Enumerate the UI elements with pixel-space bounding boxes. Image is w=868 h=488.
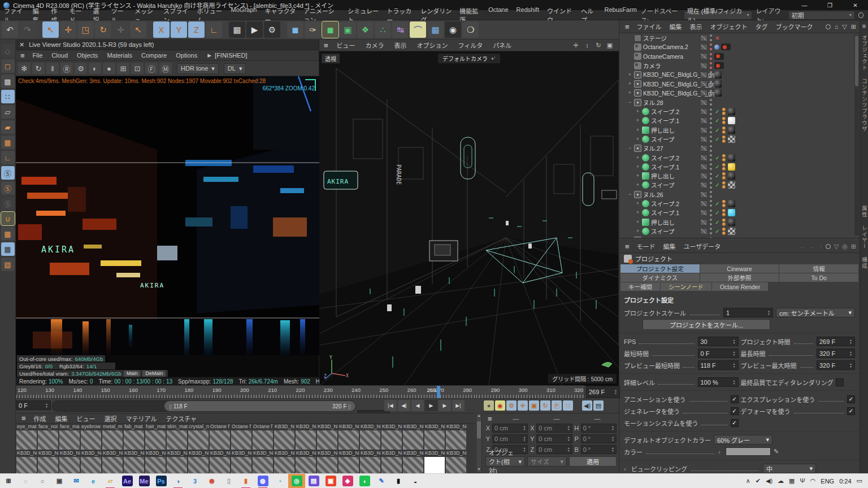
material-thumbnail[interactable]: [403, 457, 423, 473]
default-camera-chip[interactable]: デフォルトカメラ●°: [438, 54, 500, 63]
record-pla-button[interactable]: ∷: [563, 400, 573, 411]
render-settings-icon[interactable]: ⚙: [75, 63, 87, 74]
visibility-dots-icon[interactable]: [709, 62, 713, 69]
expand-toggle-icon[interactable]: +: [635, 118, 640, 123]
coord-size-dropdown[interactable]: サイズ▾: [527, 456, 567, 467]
material-name-label[interactable]: KB3D_N: [274, 424, 295, 430]
model-mode-icon[interactable]: ◻: [1, 59, 15, 73]
material-name-label[interactable]: KB3D_NI: [381, 450, 402, 456]
separator[interactable]: [223, 21, 228, 38]
visibility-dots-icon[interactable]: [709, 237, 713, 238]
position-input[interactable]: 0 cm▲▼: [492, 434, 528, 443]
material-name-label[interactable]: KB3D_NI: [295, 424, 316, 430]
material-thumbnail[interactable]: [145, 430, 166, 450]
texture-tag-icon[interactable]: [728, 209, 735, 216]
editor-toggle-icon[interactable]: [700, 35, 708, 41]
project-scale-unit-dropdown[interactable]: cm: センチメートル▾: [776, 308, 855, 317]
material-thumbnail[interactable]: [167, 430, 187, 450]
settings-checkbox[interactable]: ✓: [731, 419, 739, 427]
record-rotation-button[interactable]: ↻: [540, 400, 550, 411]
object-tree-row[interactable]: + スイープ ✓: [619, 181, 860, 190]
material-name-label[interactable]: face_noi: [37, 424, 59, 430]
material-name-label[interactable]: KB3D_NI: [102, 450, 123, 456]
object-tree-row[interactable]: + スイープ.2 ✓: [619, 199, 860, 208]
current-frame-spinner[interactable]: 269 F▲▼: [586, 385, 619, 399]
object-tree-row[interactable]: OctaneCamera.2: [619, 42, 860, 51]
object-name[interactable]: ヌル.27: [643, 144, 663, 152]
material-name-label[interactable]: KB3D_NI: [252, 450, 274, 456]
om-search-icon[interactable]: [826, 24, 831, 29]
keying-settings-button[interactable]: ⚙: [506, 400, 517, 411]
dock-tab[interactable]: レイヤー: [860, 225, 868, 249]
object-tree-row[interactable]: + スイープ ✓: [619, 134, 860, 143]
settings-checkbox[interactable]: ✓: [731, 395, 739, 403]
object-name[interactable]: OctaneCamera.2: [643, 43, 688, 50]
visibility-dots-icon[interactable]: [709, 182, 713, 189]
object-name[interactable]: 押し出し: [651, 126, 675, 134]
hdr-tone-dropdown[interactable]: HDR tone▾: [177, 63, 219, 74]
task-view-button[interactable]: ▣: [51, 474, 68, 488]
material-name-label[interactable]: KB3D_NI: [145, 450, 166, 456]
texture-tag-icon[interactable]: [728, 172, 735, 180]
cinema4d-app[interactable]: ◑: [170, 474, 186, 488]
live-viewer-menu-item[interactable]: File: [28, 52, 47, 59]
object-manager-menu-item[interactable]: ブックマーク: [772, 22, 817, 31]
visibility-dots-icon[interactable]: [709, 90, 713, 97]
size-input[interactable]: 0 cm▲▼: [536, 445, 572, 454]
viewport-menu-item[interactable]: パネル: [488, 41, 517, 50]
search-button[interactable]: ◌: [17, 474, 34, 488]
object-name[interactable]: ヌル.25: [643, 236, 663, 238]
texture-tag-icon[interactable]: [728, 219, 735, 226]
expand-toggle-icon[interactable]: [627, 45, 632, 50]
expand-toggle-icon[interactable]: +: [635, 210, 640, 215]
dock-menu-icon[interactable]: ≡: [860, 23, 868, 29]
range-start-spinner[interactable]: 0 F▲▼: [16, 400, 51, 410]
texture-tag-icon[interactable]: [728, 154, 735, 162]
notes-app[interactable]: ▯: [220, 474, 237, 488]
rotation-input[interactable]: 0 °▲▼: [581, 445, 617, 454]
layout-dropdown[interactable]: 初期▾: [788, 11, 855, 20]
panel-menu-icon[interactable]: ≡: [18, 51, 27, 60]
snap-off-icon[interactable]: Ⓢ: [1, 197, 15, 210]
clip-studio-app[interactable]: ▮: [237, 474, 254, 488]
material-thumbnail[interactable]: [253, 457, 273, 473]
bend-deformer-button[interactable]: ⌒: [410, 21, 426, 38]
focus-picker-icon[interactable]: Ⓕ: [145, 63, 158, 74]
settings-checkbox[interactable]: ✓: [731, 407, 739, 415]
move-button[interactable]: ✛: [60, 21, 76, 38]
material-name-label[interactable]: KB3D_NI: [59, 450, 80, 456]
live-render-image[interactable]: AKIRA AKIRA Check:4ms/9ms. MeshGen: 3ms.…: [16, 76, 319, 355]
object-name[interactable]: ステージ: [643, 34, 667, 42]
spline-pen-button[interactable]: ✑: [305, 21, 321, 38]
environment-floor-button[interactable]: ▦: [427, 21, 444, 38]
material-name-label[interactable]: Octane f: [231, 424, 252, 430]
editor-toggle-icon[interactable]: [700, 145, 708, 151]
visibility-dots-icon[interactable]: [709, 43, 713, 50]
object-tree-row[interactable]: + KB3D_NEC_BldgLG_C_grp.1: [619, 79, 860, 88]
expand-toggle-icon[interactable]: +: [627, 81, 632, 86]
material-thumbnail[interactable]: [188, 457, 209, 473]
detail-level-input[interactable]: 100 %▲▼: [698, 377, 739, 387]
object-name[interactable]: スイープ.2: [651, 154, 679, 162]
notification-center-icon[interactable]: ▭: [857, 477, 862, 485]
object-name[interactable]: スイープ.1: [651, 116, 679, 125]
after-effects-app[interactable]: Ae: [119, 474, 136, 488]
material-name-label[interactable]: KB3D_NI: [209, 450, 231, 456]
om-home-icon[interactable]: ⌂: [835, 23, 839, 30]
rotate-button[interactable]: ↻: [95, 21, 111, 38]
object-name[interactable]: ヌル.28: [643, 98, 663, 107]
visibility-dots-icon[interactable]: [709, 81, 713, 88]
material-menu-item[interactable]: テクスチャ: [161, 414, 201, 423]
material-thumbnail[interactable]: [231, 457, 251, 473]
preview-range-track[interactable]: || 118 F 320 F ||: [52, 400, 356, 412]
subdivision-surface-button[interactable]: ◼: [322, 21, 338, 38]
material-thumbnail[interactable]: [424, 430, 445, 450]
material-name-label[interactable]: KB3D_NI: [80, 450, 102, 456]
visibility-dots-icon[interactable]: [709, 173, 713, 180]
editor-toggle-icon[interactable]: [700, 99, 708, 106]
material-name-label[interactable]: KB3D_NI: [445, 424, 467, 430]
object-name[interactable]: スイープ.2: [651, 107, 679, 116]
material-name-label[interactable]: KB3D_NI: [402, 424, 424, 430]
enabled-check-icon[interactable]: ✓: [714, 173, 721, 179]
attribute-tab[interactable]: キー補間: [620, 282, 660, 291]
